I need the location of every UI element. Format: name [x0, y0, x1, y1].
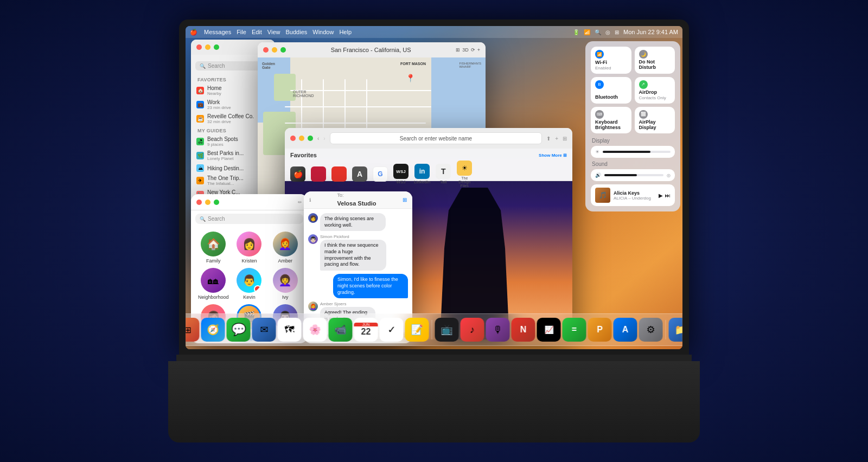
fav-item-wlj[interactable] — [311, 166, 326, 182]
search-icon[interactable]: 🔍 — [595, 29, 601, 35]
control-center-icon[interactable]: ⊞ — [615, 29, 619, 35]
compose-icon[interactable]: ✏ — [298, 200, 302, 205]
menu-window[interactable]: Window — [312, 29, 334, 35]
dock-reminders[interactable]: ✓ — [380, 318, 404, 342]
maps-toolbar-buttons: ⊞ 3D ⟳ + — [456, 47, 480, 53]
screen-bezel: 🍎 Messages File Edit View Buddies Window… — [179, 20, 689, 356]
dock-safari[interactable]: 🧭 — [201, 318, 225, 342]
map-label-gg: GoldenGate — [262, 62, 275, 69]
item-sublabel: 9 places — [207, 142, 238, 147]
detail-button[interactable]: ⊞ — [403, 197, 407, 203]
cc-now-playing[interactable]: 🎵 Alicia Keys ALICIA – Underdog ▶ ⏭ — [591, 184, 675, 206]
new-tab-button[interactable]: + — [555, 136, 558, 142]
list-item[interactable]: 👨 Kevin — [233, 268, 265, 300]
menu-view[interactable]: View — [267, 29, 280, 35]
fav-item-apple[interactable]: 🍎 — [290, 166, 305, 182]
list-item[interactable]: 👩‍🦱 Ivy — [270, 268, 301, 300]
cc-keyboard-tile[interactable]: ⌨ Keyboard Brightness — [591, 107, 631, 134]
app-menu-messages[interactable]: Messages — [204, 29, 231, 35]
now-playing-title: Alicia Keys — [614, 190, 655, 196]
menubar-left: 🍎 Messages File Edit View Buddies Window… — [190, 29, 352, 36]
dock-music[interactable]: ♪ — [461, 318, 484, 342]
next-button[interactable]: ⏭ — [665, 193, 671, 198]
map-road-h3 — [285, 123, 426, 124]
siri-icon[interactable]: ◎ — [605, 29, 610, 35]
show-more-button[interactable]: Show More ⊞ — [539, 153, 567, 158]
wifi-icon[interactable]: 📶 — [584, 29, 590, 35]
list-item[interactable]: 👩 Kristen — [233, 232, 265, 264]
play-button[interactable]: ▶ — [659, 193, 663, 198]
dock-numbers[interactable]: = — [563, 318, 586, 342]
cc-airdrop-tile[interactable]: ↗ AirDrop Contacts Only — [635, 77, 675, 104]
item-sublabel: 32 min drive — [207, 119, 254, 124]
menu-file[interactable]: File — [237, 29, 246, 35]
conv-to-label: To: — [337, 193, 376, 198]
apple-menu[interactable]: 🍎 — [190, 29, 197, 36]
info-icon[interactable]: ℹ — [309, 197, 311, 203]
cc-wifi-tile[interactable]: 📶 Wi-Fi Enabled — [591, 47, 631, 74]
dock-messages[interactable]: 💬 — [227, 318, 251, 342]
close-button[interactable] — [263, 47, 269, 53]
menu-help[interactable]: Help — [339, 29, 352, 35]
zoom-button[interactable] — [214, 44, 219, 50]
forward-button[interactable]: › — [323, 136, 325, 142]
dock-maps[interactable]: 🗺 — [278, 318, 302, 342]
list-item[interactable]: 🏘 Neighborhood — [197, 268, 229, 300]
zoom-button[interactable] — [308, 136, 313, 141]
close-button[interactable] — [290, 136, 296, 141]
toolbar-btn[interactable]: 3D — [462, 47, 469, 53]
dock-pages[interactable]: P — [588, 318, 612, 342]
minimize-button[interactable] — [299, 136, 304, 141]
fav-item-red[interactable] — [331, 166, 347, 182]
zoom-button[interactable] — [280, 47, 286, 53]
minimize-button[interactable] — [205, 200, 210, 205]
list-item[interactable]: 👩‍🦰 Amber — [270, 232, 301, 264]
dock-sysprefs[interactable]: ⚙ — [639, 318, 663, 342]
list-item[interactable]: 🏠 Family — [197, 232, 229, 264]
now-playing-artist: ALICIA – Underdog — [614, 196, 655, 201]
toolbar-btn[interactable]: + — [477, 47, 480, 53]
address-bar[interactable]: Search or enter website name — [330, 132, 542, 144]
cc-airplay-tile[interactable]: ⬜ AirPlay Display — [635, 107, 675, 134]
close-button[interactable] — [196, 44, 202, 50]
maps-titlebar: San Francisco - California, US ⊞ 3D ⟳ + — [258, 42, 486, 57]
dock-podcasts[interactable]: 🎙 — [486, 318, 510, 342]
map-label-mason: FORT MASON — [400, 62, 426, 66]
dock-photos[interactable]: 🌸 — [303, 318, 327, 342]
dock-folder[interactable]: 📁 — [669, 318, 683, 342]
cc-display-slider[interactable]: ☀ — [591, 146, 675, 158]
minimize-button[interactable] — [272, 47, 277, 53]
toolbar-btn[interactable]: ⟳ — [471, 47, 475, 53]
cc-dnd-tile[interactable]: 🌙 Do Not Disturb — [635, 47, 675, 74]
airplay-output-icon[interactable]: ◎ — [667, 173, 671, 178]
dock-notes[interactable]: 📝 — [405, 318, 429, 342]
menu-buddies[interactable]: Buddies — [286, 29, 308, 35]
cc-bluetooth-tile[interactable]: B Bluetooth — [591, 77, 631, 104]
minimize-button[interactable] — [205, 44, 210, 50]
share-button[interactable]: ⬆ — [546, 136, 551, 142]
dock-calendar[interactable]: JUN 22 — [354, 318, 378, 342]
sidebar-button[interactable]: ⊞ — [563, 136, 567, 142]
now-playing-info: Alicia Keys ALICIA – Underdog — [614, 190, 655, 201]
dock-tv[interactable]: 📺 — [435, 318, 459, 342]
menu-edit[interactable]: Edit — [252, 29, 262, 35]
airdrop-sublabel: Contacts Only — [639, 95, 671, 100]
dock-facetime[interactable]: 📹 — [329, 318, 353, 342]
conv-titlebar: ℹ To: Velosa Studio ⊞ — [304, 191, 412, 209]
dock-mail[interactable]: ✉ — [252, 318, 276, 342]
back-button[interactable]: ‹ — [317, 136, 319, 142]
dock-stocks[interactable]: 📈 — [537, 318, 561, 342]
cc-sound-slider[interactable]: 🔊 ◎ — [591, 169, 675, 181]
dock-news[interactable]: N — [512, 318, 535, 342]
toolbar-btn[interactable]: ⊞ — [456, 47, 460, 53]
dock-appstore[interactable]: A — [614, 318, 637, 342]
map-pin[interactable]: 📍 — [406, 74, 415, 82]
zoom-button[interactable] — [214, 200, 219, 205]
message-bubble-sent: Simon, I'd like to finesse the night sce… — [333, 274, 408, 298]
close-button[interactable] — [196, 200, 202, 205]
dock-launchpad[interactable]: ⊞ — [186, 318, 200, 342]
fav-item-google[interactable]: G — [373, 166, 388, 182]
messages-search-bar[interactable]: 🔍 Search — [195, 214, 303, 224]
fav-item-a[interactable]: A — [352, 166, 367, 182]
message-row: 👩 The driving scenes are working well. — [308, 213, 408, 231]
